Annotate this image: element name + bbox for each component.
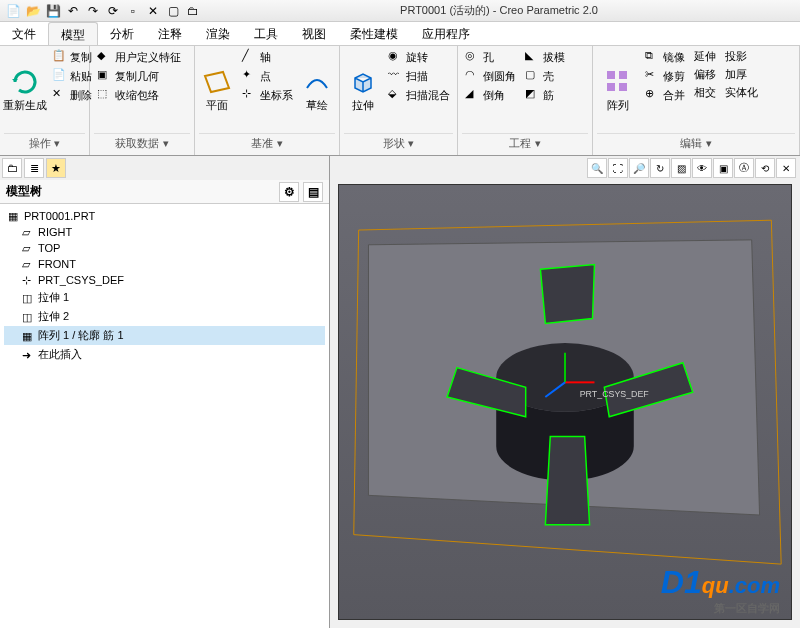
draft-button[interactable]: ◣拔模 [522, 48, 568, 66]
main-area: 🗀 ≣ ★ 模型树 ⚙ ▤ ▦PRT0001.PRT▱RIGHT▱TOP▱FRO… [0, 156, 800, 628]
spin-icon[interactable]: ⟲ [755, 158, 775, 178]
paste-button[interactable]: 📄粘贴 [49, 67, 95, 85]
solidify-button[interactable]: 实体化 [722, 84, 761, 101]
menu-view[interactable]: 视图 [290, 22, 338, 45]
save-icon[interactable]: 💾 [44, 2, 62, 20]
tree-item[interactable]: ◫拉伸 2 [4, 307, 325, 326]
zoom-fit-icon[interactable]: ⛶ [608, 158, 628, 178]
3d-canvas[interactable]: PRT_CSYS_DEF [338, 184, 792, 620]
pattern-button[interactable]: 阵列 [597, 48, 639, 133]
group-label-data[interactable]: 获取数据 ▾ [94, 133, 190, 153]
thicken-button[interactable]: 加厚 [722, 66, 761, 83]
tab-folder-icon[interactable]: 🗀 [2, 158, 22, 178]
menu-render[interactable]: 渲染 [194, 22, 242, 45]
menu-annotate[interactable]: 注释 [146, 22, 194, 45]
viewport[interactable]: 🔍 ⛶ 🔎 ↻ ▨ 👁 ▣ Ⓐ ⟲ ✕ [330, 156, 800, 628]
tree-title: 模型树 [6, 183, 42, 200]
redo-icon[interactable]: ↷ [84, 2, 102, 20]
extend-button[interactable]: 延伸 [691, 48, 719, 65]
tree-item[interactable]: ▦PRT0001.PRT [4, 208, 325, 224]
ribbon: 重新生成 📋复制 📄粘贴 ✕删除 操作 ▾ ◆用户定义特征 ▣复制几何 ⬚收缩包… [0, 46, 800, 156]
svg-rect-2 [607, 83, 615, 91]
point-button[interactable]: ✦点 [239, 67, 296, 85]
mirror-icon: ⧉ [645, 49, 661, 65]
group-label-edit[interactable]: 编辑 ▾ [597, 133, 795, 153]
box-icon[interactable]: ▢ [164, 2, 182, 20]
hole-button[interactable]: ◎孔 [462, 48, 519, 66]
tree-item[interactable]: ▱FRONT [4, 256, 325, 272]
group-label-shape[interactable]: 形状 ▾ [344, 133, 453, 153]
extrude-button[interactable]: 拉伸 [344, 48, 382, 133]
intersect-button[interactable]: 相交 [691, 84, 719, 101]
tree-show-icon[interactable]: ▤ [303, 182, 323, 202]
folder-icon[interactable]: 🗀 [184, 2, 202, 20]
plane-button[interactable]: 平面 [199, 48, 236, 133]
round-button[interactable]: ◠倒圆角 [462, 67, 519, 85]
csys-button[interactable]: ⊹坐标系 [239, 86, 296, 104]
menu-model[interactable]: 模型 [48, 22, 98, 45]
tab-layers-icon[interactable]: ≣ [24, 158, 44, 178]
datum-display-icon[interactable]: ✕ [776, 158, 796, 178]
tree-item[interactable]: ➜在此插入 [4, 345, 325, 364]
csys-icon: ⊹ [242, 87, 258, 103]
revolve-button[interactable]: ◉旋转 [385, 48, 453, 66]
delete-button[interactable]: ✕删除 [49, 86, 95, 104]
tree-settings-icon[interactable]: ⚙ [279, 182, 299, 202]
blend-button[interactable]: ⬙扫描混合 [385, 86, 453, 104]
trim-button[interactable]: ✂修剪 [642, 67, 688, 85]
shell-button[interactable]: ▢壳 [522, 67, 568, 85]
offset-button[interactable]: 偏移 [691, 66, 719, 83]
display-style-icon[interactable]: ▨ [671, 158, 691, 178]
windows-icon[interactable]: ▫ [124, 2, 142, 20]
zoom-out-icon[interactable]: 🔎 [629, 158, 649, 178]
shrink-icon: ⬚ [97, 87, 113, 103]
sidebar: 🗀 ≣ ★ 模型树 ⚙ ▤ ▦PRT0001.PRT▱RIGHT▱TOP▱FRO… [0, 156, 330, 628]
chamfer-button[interactable]: ◢倒角 [462, 86, 519, 104]
group-label-ops[interactable]: 操作 ▾ [4, 133, 85, 153]
copy-icon: 📋 [52, 49, 68, 65]
menu-file[interactable]: 文件 [0, 22, 48, 45]
menu-apps[interactable]: 应用程序 [410, 22, 482, 45]
perspective-icon[interactable]: ▣ [713, 158, 733, 178]
sketch-button[interactable]: 草绘 [299, 48, 336, 133]
tree-item[interactable]: ▱TOP [4, 240, 325, 256]
annotations-icon[interactable]: Ⓐ [734, 158, 754, 178]
tab-favorites-icon[interactable]: ★ [46, 158, 66, 178]
copy-button[interactable]: 📋复制 [49, 48, 95, 66]
menu-flex[interactable]: 柔性建模 [338, 22, 410, 45]
shrinkwrap-button[interactable]: ⬚收缩包络 [94, 86, 184, 104]
udf-button[interactable]: ◆用户定义特征 [94, 48, 184, 66]
tree-item[interactable]: ▱RIGHT [4, 224, 325, 240]
saved-views-icon[interactable]: 👁 [692, 158, 712, 178]
pattern-icon: ▦ [22, 330, 34, 342]
repaint-icon[interactable]: ↻ [650, 158, 670, 178]
regen-icon[interactable]: ⟳ [104, 2, 122, 20]
merge-button[interactable]: ⊕合并 [642, 86, 688, 104]
new-icon[interactable]: 📄 [4, 2, 22, 20]
group-label-datum[interactable]: 基准 ▾ [199, 133, 335, 153]
rib-button[interactable]: ◩筋 [522, 86, 568, 104]
mirror-button[interactable]: ⧉镜像 [642, 48, 688, 66]
sweep-button[interactable]: 〰扫描 [385, 67, 453, 85]
close-icon[interactable]: ✕ [144, 2, 162, 20]
undo-icon[interactable]: ↶ [64, 2, 82, 20]
tree-item[interactable]: ▦阵列 1 / 轮廓 筋 1 [4, 326, 325, 345]
tree-item-label: 在此插入 [38, 347, 82, 362]
tree-item[interactable]: ◫拉伸 1 [4, 288, 325, 307]
extrude-icon: ◫ [22, 311, 34, 323]
menu-tools[interactable]: 工具 [242, 22, 290, 45]
tree-item[interactable]: ⊹PRT_CSYS_DEF [4, 272, 325, 288]
menu-analysis[interactable]: 分析 [98, 22, 146, 45]
merge-icon: ⊕ [645, 87, 661, 103]
regenerate-button[interactable]: 重新生成 [4, 48, 46, 133]
view-toolbar: 🔍 ⛶ 🔎 ↻ ▨ 👁 ▣ Ⓐ ⟲ ✕ [587, 158, 796, 178]
copygeom-button[interactable]: ▣复制几何 [94, 67, 184, 85]
point-icon: ✦ [242, 68, 258, 84]
group-label-eng[interactable]: 工程 ▾ [462, 133, 588, 153]
axis-button[interactable]: ╱轴 [239, 48, 296, 66]
zoom-in-icon[interactable]: 🔍 [587, 158, 607, 178]
open-icon[interactable]: 📂 [24, 2, 42, 20]
chamfer-icon: ◢ [465, 87, 481, 103]
udf-icon: ◆ [97, 49, 113, 65]
project-button[interactable]: 投影 [722, 48, 761, 65]
